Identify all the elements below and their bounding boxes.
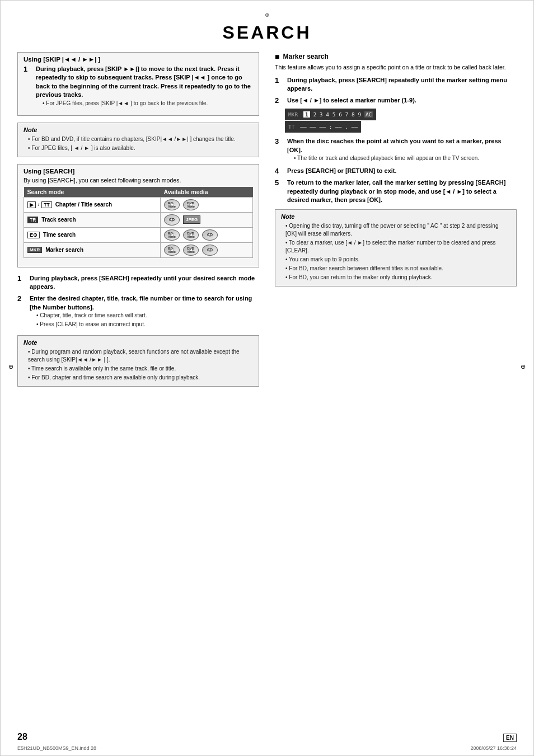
marker-section: ■ Marker search This feature allows you … bbox=[275, 52, 517, 287]
page-title: SEARCH bbox=[17, 22, 517, 43]
right-column: ■ Marker search This feature allows you … bbox=[273, 52, 517, 393]
time-icon: E⊙ bbox=[27, 232, 40, 238]
chapter-title-label: Chapter / Title search bbox=[55, 201, 113, 208]
tt-row: TT —— —— —— : —— . —— bbox=[285, 121, 361, 133]
search-mode-marker: MKR Marker search bbox=[24, 242, 161, 257]
marker-step-3: 3 When the disc reaches the point at whi… bbox=[275, 137, 517, 163]
two-column-layout: Using [SKIP |◄◄ / ►►| ] 1 During playbac… bbox=[17, 52, 517, 393]
skip-item-1-text: During playback, press [SKIP ►►|] to mov… bbox=[36, 65, 253, 100]
search-step-2-num: 2 bbox=[17, 294, 27, 303]
mkr-numbers: 2 3 4 5 6 7 8 9 AC bbox=[313, 111, 373, 118]
search-note-box: Note During program and random playback,… bbox=[17, 335, 259, 387]
search-section-title: Using [SEARCH] bbox=[24, 168, 253, 175]
marker-step-1-num: 1 bbox=[275, 76, 285, 84]
search-step-2-bullet-0: Chapter, title, track or time search wil… bbox=[36, 312, 259, 320]
marker-step-4: 4 Press [SEARCH] or [RETURN] to exit. bbox=[275, 167, 517, 175]
play-icon: ▶ bbox=[27, 201, 36, 208]
media-bd-dvd: BDVideo DVDVideo bbox=[161, 197, 253, 212]
table-row: ▶ / TT Chapter / Title search BDVideo DV… bbox=[24, 197, 253, 212]
skip-section: Using [SKIP |◄◄ / ►►| ] 1 During playbac… bbox=[17, 52, 259, 116]
marker-step-3-bullet-0: The title or track and elapsed playback … bbox=[294, 154, 517, 162]
media-cd-jpeg: CD JPEG bbox=[161, 212, 253, 227]
marker-step-2-num: 2 bbox=[275, 96, 285, 105]
time-label: Time search bbox=[43, 232, 76, 238]
marker-step-2-text: Use [◄ / ►] to select a marker number (1… bbox=[287, 96, 416, 105]
dvd-disc-icon3: DVDVideo bbox=[183, 245, 199, 256]
search-note-title: Note bbox=[24, 339, 253, 346]
marker-heading: ■ Marker search bbox=[275, 52, 517, 61]
media-bd-dvd-cd2: BDVideo DVDVideo CD bbox=[161, 242, 253, 257]
search-table-header-mode: Search mode bbox=[24, 187, 161, 198]
search-mode-track: TR Track search bbox=[24, 212, 161, 227]
right-gutter-mark: ⊕ bbox=[521, 363, 526, 370]
marker-note-bullet-1: To clear a marker, use [◄ / ►] to select… bbox=[281, 239, 510, 255]
left-column: Using [SKIP |◄◄ / ►►| ] 1 During playbac… bbox=[17, 52, 264, 393]
bd-disc-icon: BDVideo bbox=[164, 199, 180, 210]
mkr-row: MKR 1 2 3 4 5 6 7 8 9 AC bbox=[285, 109, 376, 120]
dvd-disc-icon2: DVDVideo bbox=[183, 229, 199, 241]
table-row: E⊙ Time search BDVideo DVDVideo CD bbox=[24, 227, 253, 242]
search-step-1-text: During playback, press [SEARCH] repeated… bbox=[30, 274, 259, 292]
search-step-1-num: 1 bbox=[17, 274, 27, 283]
tt-icon: TT bbox=[41, 201, 51, 208]
search-steps: 1 During playback, press [SEARCH] repeat… bbox=[17, 274, 259, 330]
page-wrapper: ⊕ SEARCH Using [SKIP |◄◄ / ►►| ] 1 Durin… bbox=[0, 0, 534, 756]
skip-item-1-bullet-0: For JPEG files, press [SKIP |◄◄ ] to go … bbox=[43, 100, 253, 107]
tt-label: TT bbox=[288, 124, 298, 130]
search-section: Using [SEARCH] By using [SEARCH], you ca… bbox=[17, 164, 259, 267]
cd-disc-icon2: CD bbox=[202, 229, 218, 241]
marker-step-1-text: During playback, press [SEARCH] repeated… bbox=[287, 76, 517, 93]
table-row: TR Track search CD JPEG bbox=[24, 212, 253, 227]
dvd-disc-icon: DVDVideo bbox=[183, 199, 199, 210]
marker-note-box: Note Opening the disc tray, turning off … bbox=[275, 209, 517, 287]
search-mode-table: Search mode Available media ▶ / TT bbox=[24, 187, 253, 258]
marker-step-5: 5 To return to the marker later, call th… bbox=[275, 179, 517, 204]
mkr-label: MKR bbox=[288, 111, 298, 118]
marker-step-4-num: 4 bbox=[275, 167, 285, 175]
search-table-header-media: Available media bbox=[161, 187, 253, 198]
mkr-icon: MKR bbox=[27, 247, 42, 253]
search-note-bullet-1: Time search is available only in the sam… bbox=[24, 365, 253, 373]
search-step-2: 2 Enter the desired chapter, title, trac… bbox=[17, 294, 259, 330]
search-mode-chapter: ▶ / TT Chapter / Title search bbox=[24, 197, 161, 212]
marker-note-bullet-2: You can mark up to 9 points. bbox=[281, 256, 510, 264]
mkr-display-area: MKR 1 2 3 4 5 6 7 8 9 AC TT —— —— —— : —… bbox=[285, 109, 517, 133]
skip-item-1-num: 1 bbox=[24, 65, 34, 73]
skip-section-title: Using [SKIP |◄◄ / ►►| ] bbox=[24, 56, 253, 63]
marker-note-title: Note bbox=[281, 213, 510, 220]
track-label: Track search bbox=[41, 217, 76, 223]
search-note-bullet-0: During program and random playback, sear… bbox=[24, 348, 253, 364]
search-step-2-text: Enter the desired chapter, title, track,… bbox=[30, 294, 259, 312]
left-gutter-mark: ⊕ bbox=[8, 363, 13, 370]
marker-note-bullet-0: Opening the disc tray, turning off the p… bbox=[281, 222, 510, 238]
cd-disc-icon3: CD bbox=[202, 245, 218, 256]
marker-section-title: Marker search bbox=[283, 53, 328, 60]
page-number: 28 bbox=[17, 732, 27, 742]
table-row: MKR Marker search BDVideo DVDVideo CD bbox=[24, 242, 253, 257]
bd-disc-icon3: BDVideo bbox=[164, 245, 180, 256]
jpeg-badge: JPEG bbox=[183, 215, 200, 224]
top-crosshair: ⊕ bbox=[17, 12, 517, 18]
tr-icon: TR bbox=[27, 217, 38, 223]
skip-note-title: Note bbox=[24, 126, 253, 133]
search-intro: By using [SEARCH], you can select follow… bbox=[24, 177, 253, 184]
marker-step-3-text: When the disc reaches the point at which… bbox=[287, 137, 517, 154]
tt-dashes: —— —— —— : —— . —— bbox=[300, 124, 358, 130]
footer-date: 2008/05/27 16:38:24 bbox=[470, 745, 517, 751]
marker-intro: This feature allows you to assign a spec… bbox=[275, 63, 517, 72]
media-bd-dvd-cd: BDVideo DVDVideo CD bbox=[161, 227, 253, 242]
marker-step-2: 2 Use [◄ / ►] to select a marker number … bbox=[275, 96, 517, 105]
marker-label: Marker search bbox=[45, 247, 83, 253]
marker-step-3-num: 3 bbox=[275, 137, 285, 145]
search-step-1: 1 During playback, press [SEARCH] repeat… bbox=[17, 274, 259, 292]
mkr-active-num: 1 bbox=[303, 111, 310, 118]
skip-note-box: Note For BD and DVD, if title contains n… bbox=[17, 123, 259, 157]
skip-item-1: 1 During playback, press [SKIP ►►|] to m… bbox=[24, 65, 253, 109]
marker-step-1: 1 During playback, press [SEARCH] repeat… bbox=[275, 76, 517, 93]
marker-step-5-num: 5 bbox=[275, 179, 285, 187]
bd-disc-icon2: BDVideo bbox=[164, 229, 180, 241]
footer-file: E5H21UD_NB500MS9_EN.indd 28 bbox=[17, 745, 96, 751]
marker-note-bullet-4: For BD, you can return to the maker only… bbox=[281, 274, 510, 281]
marker-note-bullet-3: For BD, marker search between different … bbox=[281, 265, 510, 273]
en-badge: EN bbox=[503, 734, 517, 742]
